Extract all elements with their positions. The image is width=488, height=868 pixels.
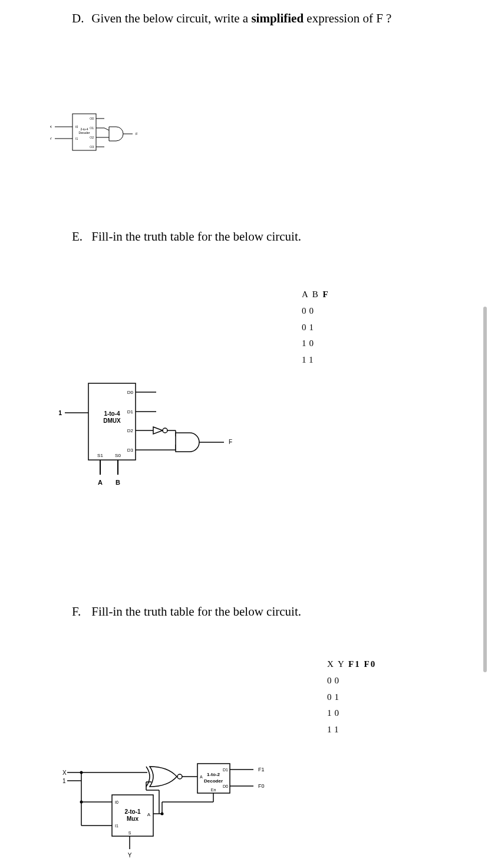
truth-table-e: A B F 00 01 10 11 <box>302 287 329 369</box>
svg-point-34 <box>163 428 167 433</box>
svg-text:A: A <box>200 775 203 779</box>
svg-text:D3: D3 <box>127 448 134 453</box>
question-d-label: D. <box>72 11 88 27</box>
svg-text:Mux: Mux <box>127 816 139 822</box>
svg-text:Y: Y <box>50 137 52 140</box>
dmux-svg: 1-to-4 DMUX 1 D0 D1 D2 D3 F S1 S0 A B <box>59 377 242 495</box>
question-f-text: Fill-in the truth table for the below ci… <box>91 604 398 620</box>
mux-decoder-svg: X 1 2-to-1 Mux I0 I1 A S Y <box>59 761 277 861</box>
question-f-label: F. <box>72 604 88 620</box>
svg-text:1-to-4: 1-to-4 <box>104 410 120 417</box>
question-f: F. Fill-in the truth table for the below… <box>72 604 408 620</box>
svg-text:1: 1 <box>62 778 66 784</box>
svg-point-65 <box>177 774 182 779</box>
figure-f-circuit: X 1 2-to-1 Mux I0 I1 A S Y <box>59 761 277 863</box>
svg-text:I1: I1 <box>115 824 118 828</box>
svg-text:D0: D0 <box>223 784 228 788</box>
table-row: 10 <box>302 336 329 352</box>
svg-text:2-to-1: 2-to-1 <box>124 808 141 815</box>
table-row: 11 <box>302 352 329 369</box>
table-row: 11 <box>327 722 376 738</box>
and-gate-icon <box>176 433 199 452</box>
table-row: 00 <box>327 673 376 689</box>
svg-text:D1: D1 <box>127 409 134 415</box>
table-row: 10 <box>327 705 376 722</box>
question-e-text: Fill-in the truth table for the below ci… <box>91 229 398 245</box>
svg-text:S: S <box>128 831 131 835</box>
xnor-gate-icon <box>150 767 177 787</box>
question-e: E. Fill-in the truth table for the below… <box>72 229 408 245</box>
svg-text:I1: I1 <box>75 137 78 140</box>
decoder-and-gate-svg: 2-to-4 Decoder X I0 Y I1 O0 O1 O2 O3 F <box>50 109 147 162</box>
svg-text:F1: F1 <box>258 767 265 772</box>
svg-text:F: F <box>229 439 232 445</box>
svg-text:En: En <box>211 788 216 792</box>
question-e-label: E. <box>72 229 88 245</box>
svg-text:X: X <box>62 770 67 776</box>
svg-text:DMUX: DMUX <box>103 417 121 424</box>
svg-text:1-to-2: 1-to-2 <box>207 772 220 777</box>
figure-d-circuit: 2-to-4 Decoder X I0 Y I1 O0 O1 O2 O3 F <box>50 109 147 165</box>
svg-text:S1: S1 <box>97 453 103 458</box>
svg-text:Y: Y <box>128 852 132 859</box>
svg-text:I0: I0 <box>115 800 118 804</box>
question-d: D. Given the below circuit, write a simp… <box>72 11 408 27</box>
svg-line-17 <box>104 128 109 130</box>
svg-text:D1: D1 <box>223 768 228 772</box>
scrollbar[interactable] <box>483 307 487 672</box>
question-d-text: Given the below circuit, write a simplif… <box>91 11 398 27</box>
truth-table-f: X Y F1 F0 00 01 10 11 <box>327 656 376 738</box>
svg-text:A: A <box>147 812 151 817</box>
svg-text:D2: D2 <box>127 428 134 433</box>
svg-text:O0: O0 <box>90 117 94 120</box>
not-gate-icon <box>153 427 163 434</box>
svg-point-51 <box>80 771 83 774</box>
svg-text:1: 1 <box>59 409 62 416</box>
table-row: 01 <box>302 320 329 336</box>
svg-point-56 <box>80 801 83 804</box>
svg-text:I0: I0 <box>75 125 78 129</box>
table-row: 00 <box>302 303 329 320</box>
svg-text:S0: S0 <box>115 453 121 458</box>
table-e-header: A B F <box>302 287 329 303</box>
table-row: 01 <box>327 689 376 706</box>
svg-text:O3: O3 <box>90 145 94 149</box>
svg-text:B: B <box>116 479 120 486</box>
figure-e-circuit: 1-to-4 DMUX 1 D0 D1 D2 D3 F S1 S0 A B <box>59 377 242 498</box>
svg-text:X: X <box>50 125 52 129</box>
svg-text:F: F <box>136 132 138 136</box>
svg-text:O2: O2 <box>90 136 94 139</box>
svg-text:D0: D0 <box>127 390 134 395</box>
svg-text:F0: F0 <box>258 783 265 789</box>
svg-text:Decoder: Decoder <box>204 778 223 784</box>
svg-text:Decoder: Decoder <box>79 131 90 134</box>
svg-text:O1: O1 <box>90 126 94 130</box>
svg-text:A: A <box>98 479 103 486</box>
table-f-header: X Y F1 F0 <box>327 656 376 673</box>
